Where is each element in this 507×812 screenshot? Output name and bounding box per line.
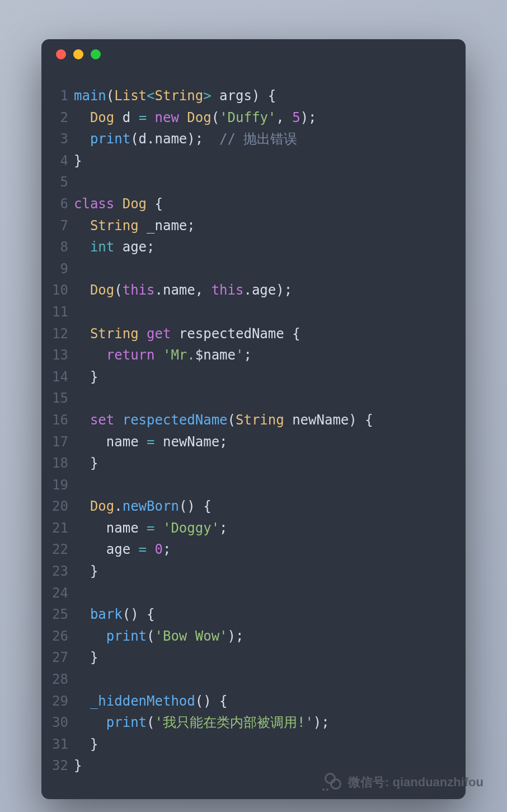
line-number: 3 — [49, 128, 74, 150]
code-line: 6class Dog { — [49, 193, 452, 215]
line-number: 31 — [49, 734, 74, 755]
line-code: } — [74, 734, 98, 755]
line-number: 17 — [49, 431, 74, 453]
code-line: 20 Dog.newBorn() { — [49, 496, 452, 517]
code-line: 11 — [49, 301, 452, 323]
code-line: 30 print('我只能在类内部被调用!'); — [49, 712, 452, 734]
code-line: 5 — [49, 171, 452, 193]
line-code: main(List<String> args) { — [74, 85, 276, 107]
line-number: 28 — [49, 669, 74, 690]
line-number: 2 — [49, 107, 74, 129]
line-code: } — [74, 755, 82, 777]
line-number: 9 — [49, 258, 74, 280]
line-number: 4 — [49, 150, 74, 172]
line-code: name = newName; — [74, 431, 228, 453]
code-line: 18 } — [49, 452, 452, 474]
line-code: return 'Mr.$name'; — [74, 344, 252, 366]
code-line: 28 — [49, 669, 452, 690]
line-code: print('我只能在类内部被调用!'); — [74, 712, 330, 734]
code-line: 10 Dog(this.name, this.age); — [49, 279, 452, 301]
code-line: 23 } — [49, 561, 452, 582]
code-area: 1main(List<String> args) {2 Dog d = new … — [41, 69, 466, 799]
line-code: age = 0; — [74, 539, 171, 561]
line-code: bark() { — [74, 604, 155, 626]
line-number: 24 — [49, 582, 74, 604]
code-line: 25 bark() { — [49, 604, 452, 626]
line-code: } — [74, 647, 98, 669]
code-line: 21 name = 'Doggy'; — [49, 517, 452, 539]
code-line: 19 — [49, 474, 452, 496]
code-line: 3 print(d.name); // 抛出错误 — [49, 128, 452, 150]
line-number: 8 — [49, 236, 74, 258]
line-code: } — [74, 150, 82, 172]
line-number: 29 — [49, 690, 74, 712]
line-number: 12 — [49, 323, 74, 345]
line-number: 18 — [49, 452, 74, 474]
line-number: 21 — [49, 517, 74, 539]
minimize-icon[interactable] — [73, 49, 83, 59]
line-number: 19 — [49, 474, 74, 496]
close-icon[interactable] — [56, 49, 66, 59]
line-number: 26 — [49, 626, 74, 647]
code-line: 4} — [49, 150, 452, 172]
code-line: 14 } — [49, 366, 452, 388]
line-code: String _name; — [74, 215, 195, 237]
code-line: 22 age = 0; — [49, 539, 452, 561]
line-code: Dog(this.name, this.age); — [74, 279, 292, 301]
line-number: 27 — [49, 647, 74, 669]
line-number: 32 — [49, 755, 74, 777]
code-editor-window: 1main(List<String> args) {2 Dog d = new … — [41, 39, 466, 799]
line-code: } — [74, 366, 98, 388]
line-number: 14 — [49, 366, 74, 388]
line-number: 25 — [49, 604, 74, 626]
line-code: Dog d = new Dog('Duffy', 5); — [74, 107, 317, 129]
code-line: 12 String get respectedName { — [49, 323, 452, 345]
line-number: 23 — [49, 561, 74, 582]
code-line: 1main(List<String> args) { — [49, 85, 452, 107]
line-code: print(d.name); // 抛出错误 — [74, 128, 297, 150]
line-code: } — [74, 452, 98, 474]
line-number: 16 — [49, 409, 74, 431]
code-line: 17 name = newName; — [49, 431, 452, 453]
window-titlebar — [41, 39, 466, 69]
code-line: 31 } — [49, 734, 452, 755]
line-code: set respectedName(String newName) { — [74, 409, 373, 431]
line-code: } — [74, 561, 98, 582]
line-code: print('Bow Wow'); — [74, 626, 243, 647]
watermark-text: 微信号: qianduanzhifou — [348, 774, 483, 791]
line-number: 11 — [49, 301, 74, 323]
code-line: 7 String _name; — [49, 215, 452, 237]
watermark: 微信号: qianduanzhifou — [322, 773, 483, 792]
line-code: name = 'Doggy'; — [74, 517, 228, 539]
line-code: class Dog { — [74, 193, 163, 215]
line-number: 6 — [49, 193, 74, 215]
line-code: Dog.newBorn() { — [74, 496, 212, 517]
code-line: 16 set respectedName(String newName) { — [49, 409, 452, 431]
line-code: int age; — [74, 236, 155, 258]
code-line: 29 _hiddenMethod() { — [49, 690, 452, 712]
line-number: 1 — [49, 85, 74, 107]
line-code: _hiddenMethod() { — [74, 690, 228, 712]
code-line: 15 — [49, 388, 452, 409]
zoom-icon[interactable] — [91, 49, 101, 59]
line-number: 5 — [49, 171, 74, 193]
code-line: 2 Dog d = new Dog('Duffy', 5); — [49, 107, 452, 129]
line-number: 20 — [49, 496, 74, 517]
code-line: 26 print('Bow Wow'); — [49, 626, 452, 647]
line-number: 10 — [49, 279, 74, 301]
line-number: 30 — [49, 712, 74, 734]
line-code: String get respectedName { — [74, 323, 301, 345]
line-number: 22 — [49, 539, 74, 561]
line-number: 7 — [49, 215, 74, 237]
code-line: 24 — [49, 582, 452, 604]
code-line: 13 return 'Mr.$name'; — [49, 344, 452, 366]
line-number: 13 — [49, 344, 74, 366]
code-line: 9 — [49, 258, 452, 280]
code-line: 27 } — [49, 647, 452, 669]
wechat-icon — [322, 773, 341, 792]
code-line: 8 int age; — [49, 236, 452, 258]
line-number: 15 — [49, 388, 74, 409]
